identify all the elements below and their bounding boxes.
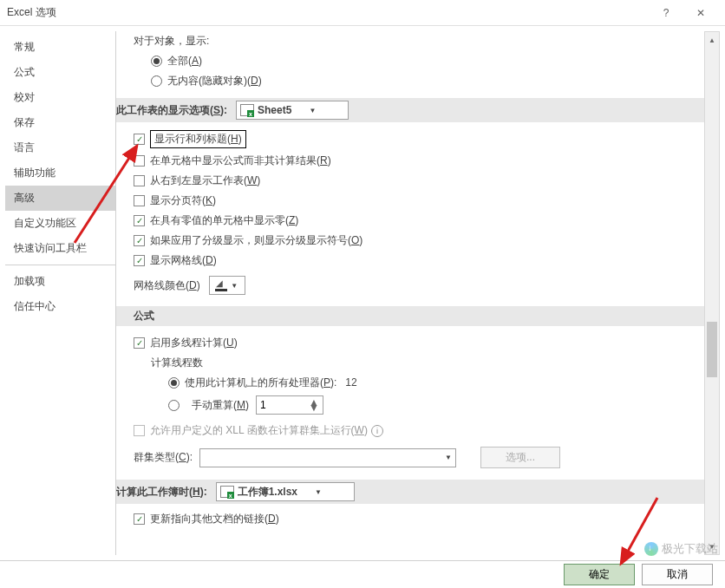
sidebar-item-language[interactable]: 语言	[5, 135, 115, 160]
updatelinks-label: 更新指向其他文档的链接(D)	[150, 512, 279, 526]
show-headers-row[interactable]: 显示行和列标题(H)	[116, 127, 704, 151]
allprocessors-label: 使用此计算机上的所有处理器(P): 12	[185, 376, 357, 390]
cancel-button[interactable]: 取消	[642, 564, 713, 585]
workbook-section-head: 计算此工作簿时(H): 工作簿1.xlsx ▼	[116, 480, 704, 504]
sidebar-item-save[interactable]: 保存	[5, 110, 115, 135]
outline-row[interactable]: 如果应用了分级显示，则显示分级显示符号(O)	[116, 231, 704, 251]
manual-label: 手动重算(M)	[192, 398, 249, 413]
close-button[interactable]: ✕	[683, 0, 718, 26]
objects-all-row[interactable]: 全部(A)	[116, 51, 704, 71]
content-wrap: 对于对象，显示: 全部(A) 无内容(隐藏对象)(D) 此工作表的显示选项(S)…	[116, 31, 720, 555]
cluster-row: 群集类型(C): ▼ 选项...	[116, 444, 704, 471]
options-button: 选项...	[480, 447, 560, 468]
sidebar-item-quick-access[interactable]: 快速访问工具栏	[5, 236, 115, 261]
sidebar-item-advanced[interactable]: 高级	[5, 186, 115, 211]
checkbox-zeros[interactable]	[134, 215, 145, 226]
help-button[interactable]: ?	[649, 0, 683, 26]
show-formulas-label: 在单元格中显示公式而非其计算结果(R)	[150, 154, 331, 168]
gridlines-row[interactable]: 显示网格线(D)	[116, 251, 704, 271]
worksheet-section-head: 此工作表的显示选项(S): Sheet5 ▼	[116, 98, 704, 122]
zeros-label: 在具有零值的单元格中显示零(Z)	[150, 213, 298, 228]
workbook-section-label: 计算此工作簿时(H):	[116, 485, 207, 500]
formulas-section-head: 公式	[116, 306, 704, 326]
threadcount-label-row: 计算线程数	[116, 353, 704, 373]
rtl-label: 从右到左显示工作表(W)	[150, 173, 260, 188]
workbook-combo[interactable]: 工作簿1.xlsx ▼	[216, 482, 355, 501]
show-headers-label: 显示行和列标题(H)	[154, 133, 242, 145]
info-icon[interactable]: i	[371, 425, 383, 437]
sidebar-item-customize-ribbon[interactable]: 自定义功能区	[5, 211, 115, 236]
checkbox-outline[interactable]	[134, 235, 145, 246]
gridcolor-row: 网格线颜色(D) ▼	[116, 273, 704, 297]
rtl-row[interactable]: 从右到左显示工作表(W)	[116, 171, 704, 191]
sidebar-item-formulas[interactable]: 公式	[5, 60, 115, 85]
pagebreaks-row[interactable]: 显示分页符(K)	[116, 191, 704, 211]
zeros-row[interactable]: 在具有零值的单元格中显示零(Z)	[116, 211, 704, 231]
multithread-label: 启用多线程计算(U)	[150, 336, 238, 350]
worksheet-section-label: 此工作表的显示选项(S):	[116, 103, 227, 118]
manual-input[interactable]: 1 ▲▼	[256, 395, 323, 415]
radio-all-label: 全部(A)	[167, 54, 202, 69]
chevron-down-icon: ▼	[309, 107, 316, 114]
window-title: Excel 选项	[7, 5, 649, 20]
sidebar-separator	[5, 265, 115, 265]
objects-none-row[interactable]: 无内容(隐藏对象)(D)	[116, 71, 704, 91]
watermark: 极光下载站	[644, 541, 718, 557]
worksheet-combo-value: Sheet5	[258, 104, 291, 116]
checkbox-gridlines[interactable]	[134, 255, 145, 266]
threadcount-label: 计算线程数	[151, 356, 203, 370]
sidebar-item-trust-center[interactable]: 信任中心	[5, 294, 115, 319]
sheet-icon	[240, 104, 254, 116]
scroll-up-icon[interactable]: ▲	[705, 32, 719, 48]
gridcolor-picker[interactable]: ▼	[209, 276, 245, 295]
radio-manual[interactable]	[168, 400, 180, 411]
manual-row[interactable]: 手动重算(M) 1 ▲▼	[116, 393, 704, 417]
chevron-down-icon: ▼	[231, 282, 238, 290]
content-panel: 对于对象，显示: 全部(A) 无内容(隐藏对象)(D) 此工作表的显示选项(S)…	[116, 31, 704, 555]
sidebar-item-accessibility[interactable]: 辅助功能	[5, 160, 115, 186]
gridlines-label: 显示网格线(D)	[150, 253, 217, 268]
worksheet-combo[interactable]: Sheet5 ▼	[236, 101, 349, 120]
workbook-combo-value: 工作簿1.xlsx	[238, 485, 297, 500]
gridcolor-label: 网格线颜色(D)	[134, 278, 200, 293]
ok-button[interactable]: 确定	[564, 564, 635, 585]
checkbox-pagebreaks[interactable]	[134, 195, 145, 206]
radio-none-icon[interactable]	[151, 75, 162, 87]
workbook-icon	[220, 486, 234, 498]
updatelinks-row[interactable]: 更新指向其他文档的链接(D)	[116, 509, 704, 529]
show-formulas-row[interactable]: 在单元格中显示公式而非其计算结果(R)	[116, 151, 704, 171]
sidebar-item-general[interactable]: 常规	[5, 35, 115, 60]
manual-value: 1	[260, 399, 266, 411]
xll-label: 允许用户定义的 XLL 函数在计算群集上运行(W)	[150, 423, 368, 438]
xll-row: 允许用户定义的 XLL 函数在计算群集上运行(W) i	[116, 421, 704, 441]
watermark-text: 极光下载站	[662, 541, 718, 557]
checkbox-rtl[interactable]	[134, 175, 145, 186]
radio-all-icon[interactable]	[151, 56, 162, 67]
checkbox-multithread[interactable]	[134, 337, 145, 349]
main-area: 常规 公式 校对 保存 语言 辅助功能 高级 自定义功能区 快速访问工具栏 加载…	[0, 26, 725, 555]
checkbox-updatelinks[interactable]	[134, 513, 145, 525]
sidebar-item-proofing[interactable]: 校对	[5, 85, 115, 110]
sidebar-item-addins[interactable]: 加载项	[5, 269, 115, 294]
scroll-thumb[interactable]	[707, 322, 717, 377]
objects-header-row: 对于对象，显示:	[116, 31, 704, 51]
sidebar: 常规 公式 校对 保存 语言 辅助功能 高级 自定义功能区 快速访问工具栏 加载…	[5, 31, 116, 555]
show-headers-highlight: 显示行和列标题(H)	[150, 130, 246, 148]
chevron-down-icon: ▼	[315, 488, 322, 496]
allprocessors-row[interactable]: 使用此计算机上的所有处理器(P): 12	[116, 373, 704, 393]
objects-header: 对于对象，显示:	[134, 34, 209, 49]
cluster-combo[interactable]: ▼	[199, 448, 456, 467]
checkbox-show-formulas[interactable]	[134, 155, 145, 167]
radio-allprocessors[interactable]	[168, 377, 180, 389]
titlebar: Excel 选项 ? ✕	[0, 0, 725, 26]
watermark-logo-icon	[644, 542, 658, 556]
footer: 确定 取消	[0, 560, 725, 588]
radio-none-label: 无内容(隐藏对象)(D)	[167, 74, 262, 88]
vertical-scrollbar[interactable]: ▲ ▼	[704, 31, 720, 555]
checkbox-xll	[134, 425, 145, 436]
paint-bucket-icon	[216, 280, 228, 291]
chevron-down-icon: ▼	[445, 454, 452, 461]
pagebreaks-label: 显示分页符(K)	[150, 193, 216, 208]
checkbox-show-headers[interactable]	[134, 134, 145, 145]
multithread-row[interactable]: 启用多线程计算(U)	[116, 333, 704, 353]
